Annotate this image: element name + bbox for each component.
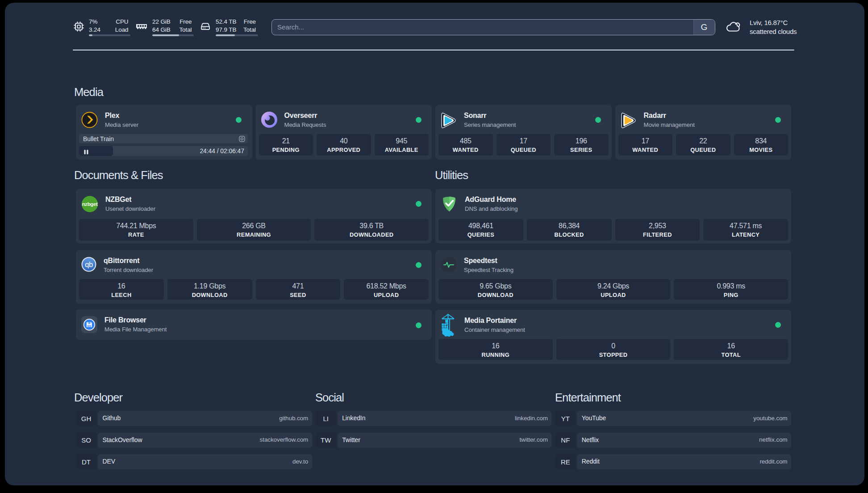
svg-text:qb: qb — [85, 260, 93, 268]
svg-text:nzbget: nzbget — [82, 201, 98, 207]
